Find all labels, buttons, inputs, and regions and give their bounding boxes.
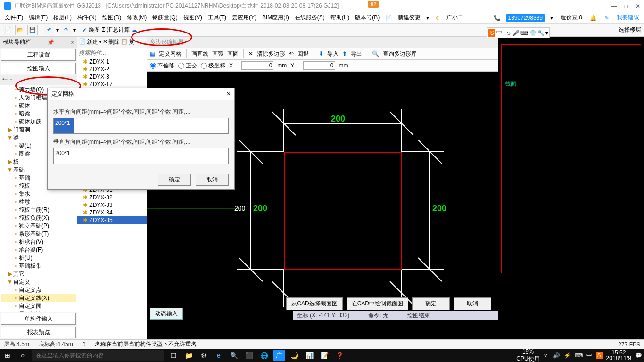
svg-line-14 (418, 258, 442, 281)
tree-item[interactable]: ▫筏板主筋(R) (1, 206, 76, 214)
window-title: 广联达BIM钢筋算量软件 GGJ2013 - [C:\Users\Adminis… (14, 2, 339, 10)
report-preview-button[interactable]: 报表预览 (1, 327, 76, 338)
suggest-link[interactable]: 我要建议 (615, 13, 641, 23)
draw-in-cad-button[interactable]: 在CAD中绘制截面图 (347, 297, 408, 310)
draw-line[interactable]: 画直线 (191, 50, 208, 58)
dialog-ok-button[interactable]: 确定 (158, 174, 191, 186)
tree-item[interactable]: ▫集水 (1, 190, 76, 198)
tree-item[interactable]: ▫尺寸标注(W) (1, 310, 76, 312)
search-input[interactable] (79, 49, 145, 56)
svg-line-4 (390, 112, 413, 135)
dialog-close-icon[interactable]: × (227, 90, 231, 98)
tree-item[interactable]: ▫自定义点 (1, 286, 76, 294)
tree-item[interactable]: ▫自定义面 (1, 302, 76, 310)
menu-edit[interactable]: 编辑(E) (27, 13, 50, 23)
tree-item[interactable]: ▫筏板负筋(X) (1, 214, 76, 222)
menu-modify[interactable]: 修改(M) (125, 13, 149, 23)
cortana-icon[interactable]: ○ (17, 350, 28, 361)
list-item[interactable]: ✱ ZDYX-1 (77, 58, 147, 66)
canvas-ok-button[interactable]: 确定 (412, 297, 450, 310)
notification-badge[interactable]: 82 (368, 1, 379, 8)
menu-floor[interactable]: 楼层(L) (51, 13, 74, 23)
query-polygon[interactable]: 查询多边形库 (383, 50, 417, 58)
tree-item[interactable]: ▫桩(U) (1, 254, 76, 262)
no-offset-radio[interactable]: 不偏移 (150, 62, 174, 70)
tool-undo[interactable]: ↶ (44, 25, 54, 35)
define-grid[interactable]: 定义网格 (159, 50, 182, 58)
tool-open[interactable]: 📂 (15, 25, 25, 35)
undo-polygon[interactable]: 回退 (297, 50, 309, 58)
menu-tool[interactable]: 工具(T) (206, 13, 228, 23)
delete-component[interactable]: 删除 (108, 38, 120, 46)
nav-close-icon[interactable]: × (71, 39, 74, 46)
list-item[interactable]: ✱ ZDYX-2 (77, 66, 147, 73)
maximize-icon[interactable]: □ (625, 3, 628, 9)
draw-circle[interactable]: 画圆 (227, 50, 239, 58)
draw-input-button[interactable]: 绘图输入 (1, 63, 76, 74)
horizontal-input[interactable]: <span class="sel"></span> (53, 118, 229, 134)
select-from-cad-button[interactable]: 从CAD选择截面图 (286, 297, 342, 310)
start-icon[interactable]: ⊞ (2, 350, 13, 361)
tree-item[interactable]: ▫基础板带 (1, 262, 76, 270)
menu-version[interactable]: 版本号(B) (353, 13, 381, 23)
menu-file[interactable]: 文件(F) (3, 13, 25, 23)
tool-redo[interactable]: ↷ (61, 25, 71, 35)
horizontal-label: 水平方向间距(mm)=>间距*个数,间距,间距*个数,间距,... (53, 108, 229, 116)
menu-bim[interactable]: BIM应用(I) (260, 13, 291, 23)
new-component[interactable]: 新建 (87, 38, 98, 46)
menu-help[interactable]: 帮助(H) (329, 13, 352, 23)
menu-component[interactable]: 构件(N) (75, 13, 99, 23)
tool-sum[interactable]: Σ 汇总计算 (102, 26, 130, 34)
menu-view[interactable]: 视图(V) (182, 13, 204, 23)
clear-polygon[interactable]: 清除多边形 (257, 50, 285, 58)
dialog-cancel-button[interactable]: 取消 (196, 174, 229, 186)
polar-radio[interactable]: 极坐标 (201, 62, 225, 70)
list-item[interactable]: ✱ ZDYX-17 (77, 81, 147, 88)
tool-new[interactable]: 📄 (3, 25, 13, 35)
tree-item[interactable]: ▫桩承台(V) (1, 238, 76, 246)
list-item[interactable]: ✱ ZDYX-32 (77, 194, 147, 201)
taskbar-search[interactable] (32, 350, 164, 361)
ime-toolbar[interactable]: S中,☺🎤⌨👕🔧▾ (487, 27, 550, 38)
user-name[interactable]: 广小二 (445, 13, 465, 23)
draw-arc[interactable]: 画弧 (212, 50, 223, 58)
tree-item[interactable]: ▫自定义线(X) (1, 294, 76, 302)
tree-collapse-icon[interactable]: ⁻ (9, 77, 12, 83)
menu-draw[interactable]: 绘图(D) (100, 13, 124, 23)
y-input[interactable] (303, 61, 335, 70)
tree-item[interactable]: ▼自定义 (1, 278, 76, 286)
select-floor[interactable]: 选择楼层 (619, 26, 641, 34)
canvas-cancel-button[interactable]: 取消 (454, 297, 491, 310)
list-item[interactable]: ✱ ZDYX-34 (77, 209, 147, 216)
tool-save[interactable]: 💾 (27, 25, 38, 35)
menu-rebar[interactable]: 钢筋量(Q) (150, 13, 179, 23)
import-polygon[interactable]: 导入 (327, 50, 339, 58)
dynamic-input-button[interactable]: 动态输入 (150, 308, 183, 320)
tree-expand-icon[interactable]: ⁺⁻ (2, 77, 8, 83)
x-input[interactable] (241, 61, 273, 70)
project-settings-button[interactable]: 工程设置 (1, 49, 76, 61)
menu-cloud[interactable]: 云应用(Y) (230, 13, 258, 23)
nav-pin-icon[interactable]: 📌 (47, 39, 54, 46)
vertical-input[interactable] (53, 148, 229, 164)
list-item[interactable]: ✱ ZDYX-33 (77, 201, 147, 209)
export-polygon[interactable]: 导出 (351, 50, 362, 58)
menu-online[interactable]: 在线服务(S) (293, 13, 327, 23)
phone-number[interactable]: 13907298339 (506, 14, 545, 22)
tree-item[interactable]: ▫独立基础(P) (1, 222, 76, 230)
list-item[interactable]: ✱ ZDYX-3 (77, 73, 147, 81)
ortho-radio[interactable]: 正交 (178, 62, 197, 70)
minimize-icon[interactable]: — (611, 3, 617, 9)
tree-item[interactable]: ▶其它 (1, 270, 76, 278)
close-icon[interactable]: ✕ (636, 3, 640, 9)
tree-item[interactable]: ▫承台梁(F) (1, 246, 76, 254)
copy-component[interactable]: 复 (129, 38, 134, 46)
taskview-icon[interactable]: ❐ (168, 350, 179, 361)
tree-item[interactable]: ▫柱墩 (1, 198, 76, 206)
list-item[interactable]: ✱ ZDYX-35 (77, 216, 147, 224)
single-input-button[interactable]: 单构件输入 (1, 313, 76, 325)
new-change[interactable]: 新建变更 (396, 13, 422, 23)
windows-taskbar[interactable]: ⊞ ○ ❐ 📁⚙e 🔍⬛🌐 广🌙📊📝❓ 15%CPU使用 ᯤ🔊⚡⌨中S 15:5… (0, 349, 644, 362)
tree-item[interactable]: ▫条形基础(T) (1, 230, 76, 238)
tool-draw[interactable]: 绘图 (89, 26, 100, 34)
